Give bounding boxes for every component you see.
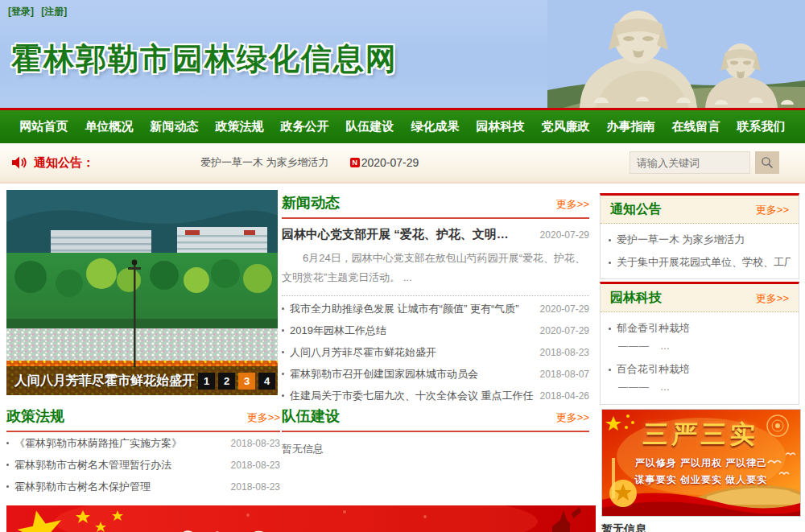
nav-item-guide[interactable]: 办事指南 xyxy=(607,119,655,134)
nav-item-message[interactable]: 在线留言 xyxy=(672,119,720,134)
main-content: 人间八月芳菲尽霍市鲜花始盛开 1 2 3 4 新闻动态 更多>> 园林中心党支部… xyxy=(0,184,805,532)
news-item-date: 2018-08-07 xyxy=(540,364,589,386)
news-item-title[interactable]: 霍林郭勒市召开创建国家园林城市动员会 xyxy=(290,363,534,385)
policy-item-date: 2018-08-23 xyxy=(231,476,280,498)
speaker-icon xyxy=(11,155,27,170)
search-bar xyxy=(630,151,779,174)
news-section: 新闻动态 更多>> 园林中心党支部开展 “爱花、护花、文明… 2020-07-2… xyxy=(282,193,589,406)
news-list-item[interactable]: 我市全力助推绿色发展 让城市有“颜值” 更有“气质” 2020-07-29 xyxy=(282,298,589,320)
nav-item-about[interactable]: 单位概况 xyxy=(85,119,134,134)
news-item-date: 2018-08-23 xyxy=(540,342,589,364)
notice-box-item[interactable]: 关于集中开展花园式单位、学校、工厂... xyxy=(609,251,791,274)
news-rule xyxy=(282,217,589,219)
nav-item-greening[interactable]: 绿化成果 xyxy=(411,119,460,134)
news-item-date: 2020-07-29 xyxy=(540,299,589,320)
tech-box-item[interactable]: 百合花引种栽培 xyxy=(609,358,791,381)
news-list-item[interactable]: 2019年园林工作总结 2020-07-29 xyxy=(282,320,589,341)
bottom-red-banner[interactable] xyxy=(6,505,596,532)
policy-item-title[interactable]: 霍林郭勒市古树名木管理暂行办法 xyxy=(14,454,225,476)
policy-item-date: 2018-08-23 xyxy=(231,455,280,476)
featured-news-title[interactable]: 园林中心党支部开展 “爱花、护花、文明… xyxy=(282,227,534,242)
new-icon: N xyxy=(350,158,360,167)
nav-item-team[interactable]: 队伍建设 xyxy=(346,119,394,134)
news-carousel[interactable]: 人间八月芳菲尽霍市鲜花始盛开 1 2 3 4 xyxy=(6,190,278,395)
notice-link[interactable]: 爱护一草一木 为家乡增活力 xyxy=(200,155,329,170)
team-more-link[interactable]: 更多>> xyxy=(556,410,589,425)
policy-list-item[interactable]: 《霍林郭勒市林荫路推广实施方案》 2018-08-23 xyxy=(6,432,280,454)
slogan-banner[interactable]: 三严三实 严以修身 严以用权 严以律己 谋事要实 创业要实 做人要实 xyxy=(601,409,801,517)
nav-item-contact[interactable]: 联系我们 xyxy=(737,119,786,134)
pager-button-4[interactable]: 4 xyxy=(258,373,275,390)
carousel-photo xyxy=(6,190,278,395)
featured-news-date: 2020-07-29 xyxy=(540,229,589,241)
slogan-below-text: 暂无信息 xyxy=(601,522,646,532)
site-title: 霍林郭勒市园林绿化信息网 xyxy=(11,39,398,80)
policy-list-item[interactable]: 霍林郭勒市古树名木保护管理 2018-08-23 xyxy=(6,476,280,497)
policy-section-title: 政策法规 xyxy=(6,406,64,426)
tech-box-more-link[interactable]: 更多>> xyxy=(756,291,789,306)
statue-banner-image xyxy=(547,0,805,108)
tech-box-item-title[interactable]: 百合花引种栽培 xyxy=(617,358,791,381)
news-item-title[interactable]: 我市全力助推绿色发展 让城市有“颜值” 更有“气质” xyxy=(290,298,534,320)
page: [登录] [注册] 霍林郭勒市园林绿化信息网 网站首页 单位概况 新闻动态 政策… xyxy=(0,0,805,532)
notice-box-item-title[interactable]: 爱护一草一木 为家乡增活力 xyxy=(617,229,791,251)
tech-box-item-sub[interactable]: ——— … xyxy=(618,381,791,394)
tech-box-item-title[interactable]: 郁金香引种栽培 xyxy=(617,317,791,340)
search-icon xyxy=(761,156,774,169)
slogan-title: 三严三实 xyxy=(601,418,801,452)
notice-bar: 通知公告： 爱护一草一木 为家乡增活力 N 2020-07-29 xyxy=(0,143,805,184)
nav-item-home[interactable]: 网站首页 xyxy=(20,119,68,134)
news-list-item[interactable]: 霍林郭勒市召开创建国家园林城市动员会 2018-08-07 xyxy=(282,363,589,385)
register-link[interactable]: [注册] xyxy=(41,6,67,17)
policy-item-title[interactable]: 《霍林郭勒市林荫路推广实施方案》 xyxy=(14,432,225,454)
notice-box-item[interactable]: 爱护一草一木 为家乡增活力 xyxy=(609,229,791,251)
notice-box-item-title[interactable]: 关于集中开展花园式单位、学校、工厂... xyxy=(617,251,791,274)
policy-item-title[interactable]: 霍林郭勒市古树名木保护管理 xyxy=(14,476,225,497)
carousel-caption-bar: 人间八月芳菲尽霍市鲜花始盛开 1 2 3 4 xyxy=(6,366,278,395)
carousel-caption[interactable]: 人间八月芳菲尽霍市鲜花始盛开 xyxy=(14,373,195,390)
news-item-date: 2020-07-29 xyxy=(540,320,589,342)
pager-button-2[interactable]: 2 xyxy=(218,373,235,390)
news-item-title[interactable]: 住建局关于市委七届九次、十次全体会议 重点工作任... xyxy=(290,385,534,406)
pager-button-3[interactable]: 3 xyxy=(238,373,255,390)
notice-label: 通知公告： xyxy=(34,155,94,171)
tech-box-item[interactable]: 郁金香引种栽培 xyxy=(609,317,791,340)
nav-item-policy[interactable]: 政策法规 xyxy=(216,119,264,134)
policy-list: 《霍林郭勒市林荫路推广实施方案》 2018-08-23 霍林郭勒市古树名木管理暂… xyxy=(6,432,280,497)
search-input[interactable] xyxy=(630,151,750,174)
team-rule xyxy=(282,431,589,432)
notice-date: 2020-07-29 xyxy=(361,156,419,169)
site-header: [登录] [注册] 霍林郭勒市园林绿化信息网 xyxy=(0,0,805,108)
carousel-pager: 1 2 3 4 xyxy=(195,373,275,390)
news-separator xyxy=(282,295,589,296)
news-item-title[interactable]: 2019年园林工作总结 xyxy=(290,320,534,341)
nav-item-party[interactable]: 党风廉政 xyxy=(542,119,590,134)
news-more-link[interactable]: 更多>> xyxy=(556,197,589,212)
nav-item-tech[interactable]: 园林科技 xyxy=(477,119,525,134)
news-item-date: 2018-04-26 xyxy=(540,386,589,407)
tech-box: 园林科技 更多>> 郁金香引种栽培 ——— … 百合花引种栽培 ——— … xyxy=(600,282,799,405)
policy-list-item[interactable]: 霍林郭勒市古树名木管理暂行办法 2018-08-23 xyxy=(6,454,280,476)
slogan-line-1: 严以修身 严以用权 严以律己 xyxy=(602,456,800,470)
login-link[interactable]: [登录] xyxy=(8,6,34,17)
nav-item-gov-info[interactable]: 政务公开 xyxy=(281,119,329,134)
tech-box-item-sub[interactable]: ——— … xyxy=(618,340,791,353)
news-item-title[interactable]: 人间八月芳菲尽霍市鲜花始盛开 xyxy=(290,341,534,363)
notice-box-more-link[interactable]: 更多>> xyxy=(756,203,789,217)
policy-section: 政策法规 更多>> 《霍林郭勒市林荫路推广实施方案》 2018-08-23 霍林… xyxy=(6,406,280,497)
team-section-title: 队伍建设 xyxy=(282,406,340,426)
news-list: 我市全力助推绿色发展 让城市有“颜值” 更有“气质” 2020-07-29 20… xyxy=(282,298,589,406)
pager-button-1[interactable]: 1 xyxy=(198,373,215,390)
notice-box: 通知公告 更多>> 爱护一草一木 为家乡增活力 关于集中开展花园式单位、学校、工… xyxy=(600,193,799,279)
team-empty-text: 暂无信息 xyxy=(282,442,589,456)
nav-item-news[interactable]: 新闻动态 xyxy=(151,119,199,134)
policy-more-link[interactable]: 更多>> xyxy=(247,410,280,425)
news-list-item[interactable]: 人间八月芳菲尽霍市鲜花始盛开 2018-08-23 xyxy=(282,341,589,363)
search-button[interactable] xyxy=(755,151,779,174)
news-section-title: 新闻动态 xyxy=(282,193,340,212)
policy-item-date: 2018-08-23 xyxy=(231,433,280,455)
slogan-line-2: 谋事要实 创业要实 做人要实 xyxy=(602,473,800,487)
main-nav: 网站首页 单位概况 新闻动态 政策法规 政务公开 队伍建设 绿化成果 园林科技 … xyxy=(0,108,805,143)
news-list-item[interactable]: 住建局关于市委七届九次、十次全体会议 重点工作任... 2018-04-26 xyxy=(282,385,589,406)
featured-news-summary[interactable]: 6月24日，园林中心党支部在敖包山芍药园开展“爱花、护花、文明赏花”主题党日活动… xyxy=(282,249,589,287)
